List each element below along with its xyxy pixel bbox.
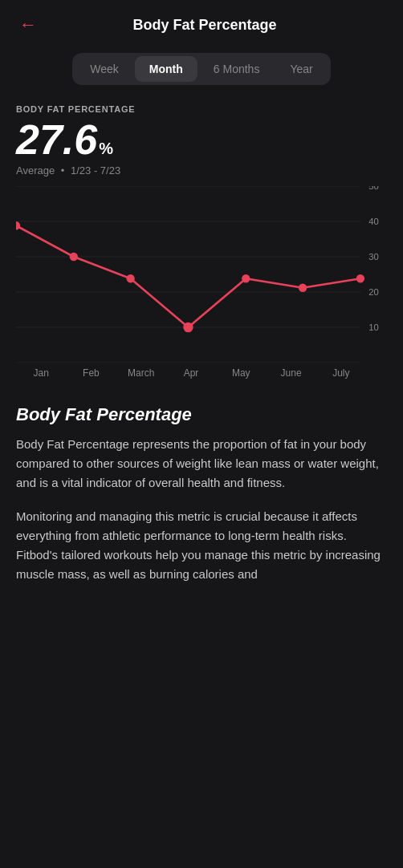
chart-point-apr xyxy=(183,322,193,333)
page-title: Body Fat Percentage xyxy=(50,17,360,34)
chart-point-may xyxy=(242,274,250,282)
chart-svg: 50 40 30 20 10 xyxy=(16,186,395,363)
metric-value: 27.6 xyxy=(16,117,97,163)
back-icon: ← xyxy=(19,14,37,34)
description-title: Body Fat Percentage xyxy=(16,404,387,425)
header: ← Body Fat Percentage xyxy=(0,0,403,47)
tabs-row: Week Month 6 Months Year xyxy=(72,53,330,85)
tab-year[interactable]: Year xyxy=(275,56,327,82)
x-label-feb: Feb xyxy=(66,367,116,379)
range-dot: • xyxy=(58,164,67,176)
chart-point-feb xyxy=(70,253,78,261)
svg-text:50: 50 xyxy=(368,186,379,191)
svg-text:20: 20 xyxy=(368,287,379,297)
chart-line xyxy=(16,225,360,327)
metric-value-row: 27.6 % xyxy=(16,117,387,163)
x-label-apr: Apr xyxy=(166,367,216,379)
tab-month[interactable]: Month xyxy=(135,56,197,82)
x-label-july: July xyxy=(316,367,366,379)
description-text-2: Monitoring and managing this metric is c… xyxy=(16,507,387,584)
svg-text:40: 40 xyxy=(368,217,379,226)
x-axis-labels: Jan Feb March Apr May June July xyxy=(16,363,395,379)
range-value: 1/23 - 7/23 xyxy=(71,164,120,176)
tab-6months[interactable]: 6 Months xyxy=(199,56,275,82)
metric-range: Average • 1/23 - 7/23 xyxy=(16,164,387,176)
tab-week[interactable]: Week xyxy=(75,56,133,82)
x-label-may: May xyxy=(216,367,266,379)
back-button[interactable]: ← xyxy=(16,13,40,37)
chart-wrapper: 50 40 30 20 10 xyxy=(16,186,395,363)
x-label-june: June xyxy=(266,367,315,379)
metric-section: BODY FAT PERCENTAGE 27.6 % Average • 1/2… xyxy=(0,98,403,176)
chart-container: 50 40 30 20 10 Jan Feb March Apr May Jun… xyxy=(0,186,403,379)
range-prefix: Average xyxy=(16,164,55,176)
chart-point-june xyxy=(299,284,307,292)
metric-label: BODY FAT PERCENTAGE xyxy=(16,104,387,114)
x-label-march: March xyxy=(116,367,166,379)
chart-point-march xyxy=(126,274,134,282)
svg-text:10: 10 xyxy=(368,322,379,332)
tabs-container: Week Month 6 Months Year xyxy=(0,47,403,98)
svg-text:30: 30 xyxy=(368,252,379,262)
chart-point-july xyxy=(356,274,364,282)
x-label-jan: Jan xyxy=(16,367,66,379)
description-section: Body Fat Percentage Body Fat Percentage … xyxy=(0,398,403,614)
metric-unit: % xyxy=(99,140,113,158)
description-text-1: Body Fat Percentage represents the propo… xyxy=(16,435,387,493)
